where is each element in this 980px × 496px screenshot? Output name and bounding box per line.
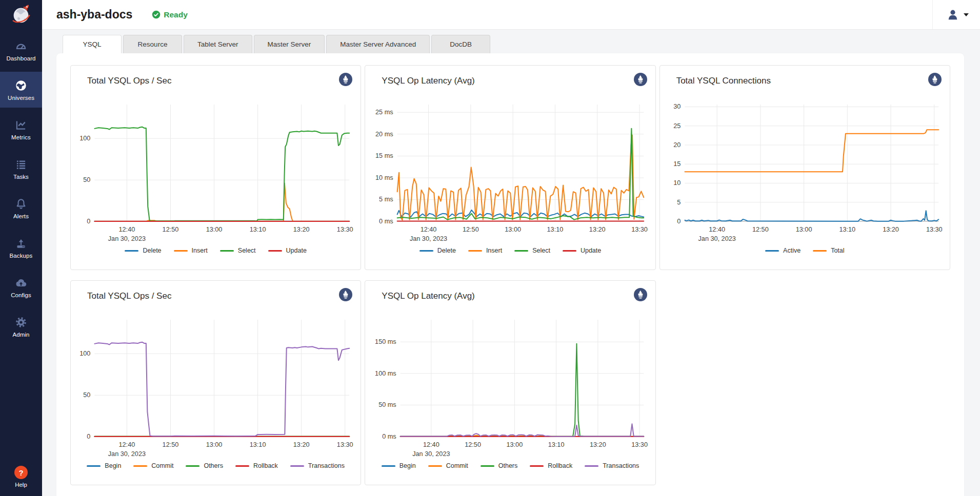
sidebar-item-label: Configs bbox=[11, 292, 31, 298]
admin-icon bbox=[14, 316, 28, 329]
legend-label: Insert bbox=[192, 247, 208, 254]
svg-text:13:00: 13:00 bbox=[206, 226, 223, 233]
help-icon: ? bbox=[14, 466, 28, 479]
legend-label: Delete bbox=[143, 247, 161, 254]
svg-text:Jan 30, 2023: Jan 30, 2023 bbox=[413, 450, 450, 458]
svg-text:20: 20 bbox=[673, 141, 681, 149]
prometheus-icon[interactable] bbox=[339, 73, 352, 86]
chart-card: Total YSQL Ops / Sec05010012:40Jan 30, 2… bbox=[70, 280, 361, 485]
prometheus-icon[interactable] bbox=[339, 288, 352, 301]
user-menu[interactable] bbox=[932, 0, 980, 29]
legend-swatch bbox=[290, 465, 304, 467]
legend-label: Transactions bbox=[308, 462, 345, 469]
sidebar-item-universes[interactable]: Universes bbox=[0, 72, 42, 108]
chart-title: Total YSQL Connections bbox=[667, 74, 943, 86]
legend-label: Update bbox=[581, 247, 601, 254]
svg-text:Jan 30, 2023: Jan 30, 2023 bbox=[108, 235, 146, 242]
svg-text:25: 25 bbox=[673, 122, 681, 130]
legend-swatch bbox=[220, 250, 234, 252]
svg-text:10: 10 bbox=[673, 180, 681, 187]
sidebar-item-label: Universes bbox=[8, 95, 34, 101]
svg-text:13:10: 13:10 bbox=[547, 226, 564, 233]
tab-master-server[interactable]: Master Server bbox=[254, 35, 325, 53]
legend-item-update[interactable]: Update bbox=[563, 247, 601, 254]
svg-text:0 ms: 0 ms bbox=[383, 433, 396, 440]
caret-down-icon bbox=[964, 13, 969, 16]
chart-title: YSQL Op Latency (Avg) bbox=[372, 289, 648, 301]
sidebar-item-tasks[interactable]: Tasks bbox=[0, 151, 42, 187]
prometheus-icon[interactable] bbox=[928, 73, 942, 86]
legend-item-active[interactable]: Active bbox=[765, 247, 801, 254]
legend-swatch bbox=[174, 250, 188, 252]
svg-text:12:40: 12:40 bbox=[119, 226, 135, 233]
legend-item-select[interactable]: Select bbox=[514, 247, 550, 254]
legend-item-total[interactable]: Total bbox=[813, 247, 844, 254]
yugabyte-logo-icon bbox=[9, 3, 33, 26]
legend-item-insert[interactable]: Insert bbox=[468, 247, 502, 254]
tasks-icon bbox=[14, 158, 28, 171]
chart-plot-area: 0 ms50 ms100 ms150 ms12:40Jan 30, 202312… bbox=[372, 306, 648, 458]
legend-item-transactions[interactable]: Transactions bbox=[290, 462, 345, 469]
page-title: ash-yba-docs bbox=[56, 8, 132, 22]
svg-text:13:00: 13:00 bbox=[505, 226, 522, 233]
legend-item-insert[interactable]: Insert bbox=[174, 247, 208, 254]
legend-item-rollback[interactable]: Rollback bbox=[235, 462, 278, 469]
check-circle-icon bbox=[152, 10, 161, 19]
sidebar-item-backups[interactable]: Backups bbox=[0, 230, 42, 265]
legend-swatch bbox=[235, 465, 249, 467]
legend-item-begin[interactable]: Begin bbox=[87, 462, 121, 469]
header: ash-yba-docs Ready bbox=[42, 0, 980, 30]
legend-item-others[interactable]: Others bbox=[186, 462, 223, 469]
legend-item-transactions[interactable]: Transactions bbox=[585, 462, 639, 469]
sidebar-item-metrics[interactable]: Metrics bbox=[0, 111, 42, 147]
sidebar-item-label: Admin bbox=[12, 332, 29, 338]
user-icon bbox=[946, 8, 959, 22]
svg-text:5 ms: 5 ms bbox=[379, 196, 393, 203]
legend-item-commit[interactable]: Commit bbox=[133, 462, 173, 469]
legend-swatch bbox=[585, 465, 598, 467]
sidebar-item-dashboard[interactable]: Dashboard bbox=[0, 32, 42, 68]
legend-item-rollback[interactable]: Rollback bbox=[530, 462, 572, 469]
svg-text:Jan 30, 2023: Jan 30, 2023 bbox=[410, 235, 447, 242]
legend-swatch bbox=[481, 465, 494, 467]
legend-label: Rollback bbox=[548, 462, 572, 469]
svg-text:0: 0 bbox=[87, 433, 90, 440]
svg-text:12:50: 12:50 bbox=[163, 441, 179, 448]
svg-text:50: 50 bbox=[83, 391, 90, 399]
legend-item-select[interactable]: Select bbox=[220, 247, 256, 254]
legend-label: Insert bbox=[486, 247, 502, 254]
tab-docdb[interactable]: DocDB bbox=[431, 35, 490, 53]
legend-label: Begin bbox=[399, 462, 416, 469]
svg-text:13:20: 13:20 bbox=[293, 226, 310, 233]
legend-label: Total bbox=[831, 247, 844, 254]
chart-plot-area: 05010012:40Jan 30, 202312:5013:0013:1013… bbox=[78, 306, 353, 458]
tab-master-server-advanced[interactable]: Master Server Advanced bbox=[326, 35, 430, 53]
prometheus-icon[interactable] bbox=[634, 73, 647, 86]
legend-swatch bbox=[125, 250, 138, 252]
yugabyte-logo[interactable] bbox=[0, 0, 42, 29]
tab-tablet-server[interactable]: Tablet Server bbox=[184, 35, 252, 53]
chart-card: Total YSQL Ops / Sec05010012:40Jan 30, 2… bbox=[70, 65, 361, 270]
legend-swatch bbox=[186, 465, 199, 467]
legend-item-commit[interactable]: Commit bbox=[428, 462, 468, 469]
chart-card: YSQL Op Latency (Avg)0 ms5 ms10 ms15 ms2… bbox=[365, 65, 655, 270]
tab-resource[interactable]: Resource bbox=[123, 35, 182, 53]
tab-ysql[interactable]: YSQL bbox=[63, 35, 122, 53]
svg-text:13:00: 13:00 bbox=[507, 441, 523, 448]
legend-item-others[interactable]: Others bbox=[481, 462, 518, 469]
svg-text:0: 0 bbox=[677, 218, 681, 225]
legend-item-delete[interactable]: Delete bbox=[419, 247, 456, 254]
sidebar-item-admin[interactable]: Admin bbox=[0, 308, 42, 344]
legend-item-delete[interactable]: Delete bbox=[125, 247, 161, 254]
sidebar-item-alerts[interactable]: Alerts bbox=[0, 190, 42, 226]
sidebar-item-configs[interactable]: Configs bbox=[0, 269, 42, 305]
chart-title: YSQL Op Latency (Avg) bbox=[372, 74, 648, 86]
svg-text:Jan 30, 2023: Jan 30, 2023 bbox=[108, 450, 146, 458]
legend-label: Transactions bbox=[603, 462, 639, 469]
status-label: Ready bbox=[164, 10, 188, 19]
legend-item-begin[interactable]: Begin bbox=[382, 462, 416, 469]
sidebar-item-label: Help bbox=[15, 482, 27, 488]
legend-item-update[interactable]: Update bbox=[268, 247, 307, 254]
sidebar-item-help[interactable]: ? Help bbox=[0, 466, 42, 488]
prometheus-icon[interactable] bbox=[634, 288, 647, 301]
